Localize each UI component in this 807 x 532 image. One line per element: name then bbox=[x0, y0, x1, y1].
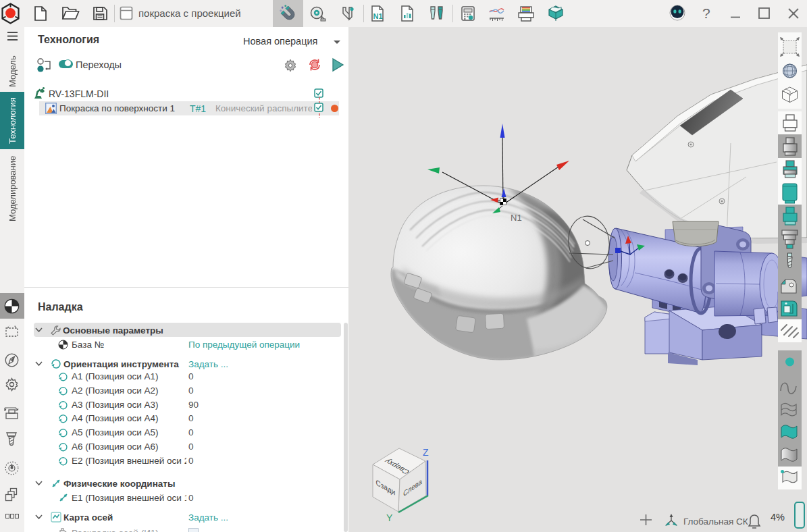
svg-text:?: ? bbox=[702, 5, 710, 21]
svg-text:4%: 4% bbox=[771, 512, 785, 523]
svg-text:Глобальная СК: Глобальная СК bbox=[683, 516, 748, 527]
svg-text:Z: Z bbox=[423, 447, 429, 458]
svg-text:Y: Y bbox=[386, 512, 393, 523]
svg-text:N1: N1 bbox=[511, 213, 522, 223]
svg-text:покраска с проекцией: покраска с проекцией bbox=[138, 7, 241, 19]
svg-text:N1: N1 bbox=[373, 12, 383, 20]
